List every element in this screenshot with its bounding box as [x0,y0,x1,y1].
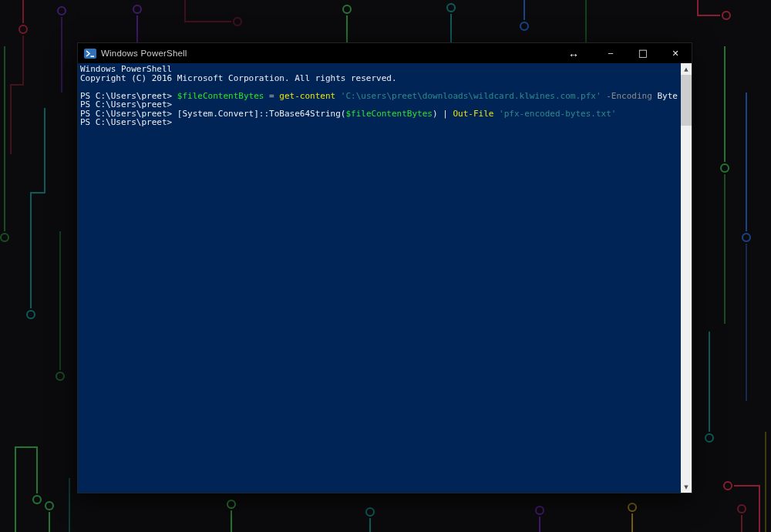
scroll-up-button[interactable]: ▲ [681,63,692,75]
terminal-segment-command: Out-File [453,109,493,119]
window-title: Windows PowerShell [101,49,187,58]
terminal-segment-default: [System.Convert]::ToBase64String( [177,109,346,119]
window-body: Windows PowerShellCopyright (C) 2016 Mic… [78,63,692,493]
terminal-segment-default: ) | [433,109,453,119]
terminal-segment-default [335,91,341,101]
terminal-segment-default: Copyright (C) 2016 Microsoft Corporation… [80,73,397,83]
resize-cursor-icon: ↔ [568,43,579,63]
terminal-segment-string: 'C:\users\preet\downloads\wildcard.klwin… [341,91,601,101]
terminal-segment-operator: = [264,91,279,101]
scrollbar[interactable]: ▲ ▼ [681,63,692,493]
terminal-segment-command: get-content [279,91,335,101]
titlebar-left: Windows PowerShell [78,49,187,59]
terminal-segment-string: 'pfx-encoded-bytes.txt' [499,109,616,119]
powershell-window: Windows PowerShell ↔ ─ □ ✕ Windows Power… [77,42,692,493]
minimize-button[interactable]: ─ [594,43,627,63]
terminal-segment-parameter: -Encoding [606,91,652,101]
titlebar-controls: ↔ ─ □ ✕ [568,43,692,63]
close-button[interactable]: ✕ [659,43,692,63]
terminal-segment-default: Byte [652,91,678,101]
maximize-icon: □ [638,47,648,59]
terminal-segment-default: PS C:\Users\preet> [80,117,172,127]
titlebar[interactable]: Windows PowerShell ↔ ─ □ ✕ [78,43,692,63]
terminal-segment-variable: $fileContentBytes [345,109,433,119]
terminal-line: PS C:\Users\preet> [80,118,681,127]
scroll-down-button[interactable]: ▼ [681,481,692,493]
close-icon: ✕ [672,49,678,59]
powershell-icon[interactable] [84,49,96,59]
minimize-icon: ─ [608,49,613,58]
scroll-thumb[interactable] [681,75,692,126]
maximize-button[interactable]: □ [627,43,659,63]
terminal-segment-variable: $fileContentBytes [177,91,264,101]
terminal-line: Copyright (C) 2016 Microsoft Corporation… [80,74,681,83]
console-output[interactable]: Windows PowerShellCopyright (C) 2016 Mic… [78,63,681,493]
